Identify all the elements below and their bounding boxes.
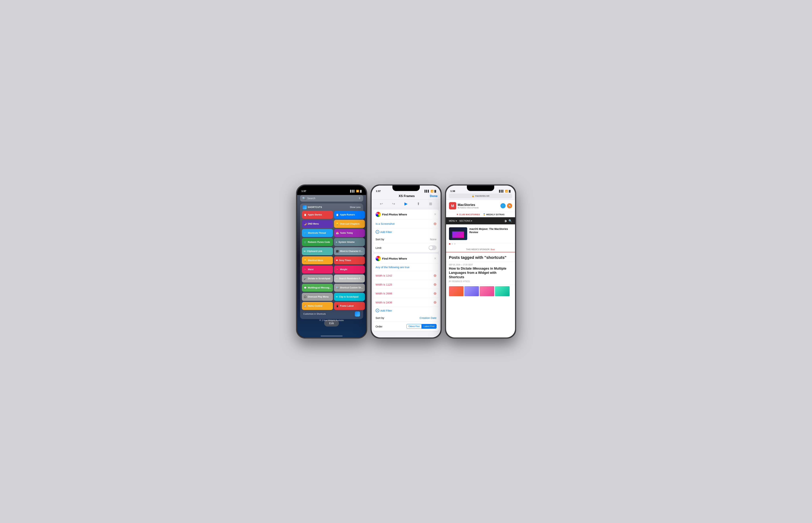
ms-thumb-4[interactable] (495, 286, 510, 296)
rss-icon[interactable]: 📡 (507, 203, 512, 208)
ms-club-banner: ★ CLUB MACSTORIES 🏅 WEEKLY EXTRAS (446, 212, 515, 217)
customize-row: Customize in Shortcuts (302, 310, 361, 317)
sort-by-value-2[interactable]: Creation Date (420, 316, 437, 320)
ms-weekly-label[interactable]: 🏅 WEEKLY EXTRAS (483, 213, 505, 216)
filter-width-2688: Width is 2688 ⊖ (373, 289, 439, 298)
remove-filter-icon-4[interactable]: ⊖ (434, 300, 437, 304)
sort-by-label: Sort by (376, 238, 384, 241)
ms-menu-button[interactable]: MENU ▾ (449, 220, 457, 222)
add-filter-label: Add Filter (381, 230, 392, 234)
ms-article-date: SEP 25, 2018 — 17:25 CEST (449, 264, 512, 266)
dot-active (449, 243, 451, 245)
ms-club-label[interactable]: ★ CLUB MACSTORIES (457, 213, 480, 216)
remove-filter-icon-1[interactable]: ⊖ (434, 273, 437, 278)
shortcut-icon: ✂ (336, 295, 338, 298)
ms-logo-subtitle: By Federico Viticci & Friends (458, 207, 479, 209)
shortcut-custom-sh[interactable]: 🔍 Shortcut Custom Sh... (334, 284, 365, 292)
shortcut-icon: 💡 (336, 222, 339, 225)
shortcut-search-reminders[interactable]: ··· Search Reminders F... (334, 274, 365, 283)
notch-2 (392, 185, 420, 191)
sort-by-value[interactable]: None (430, 238, 437, 241)
xs-scroll-area[interactable]: Find Photos Where ✕ Is a Screenshot ⊖ + … (372, 208, 441, 332)
share-icon[interactable]: ⬆ (417, 202, 420, 206)
add-filter-plus[interactable]: + (376, 230, 379, 234)
action-close-1[interactable]: ✕ (434, 212, 437, 216)
shortcut-weight[interactable]: 🏃 Weight (334, 266, 365, 273)
wifi-icon-2: 📶 (430, 190, 434, 193)
shortcut-waist[interactable]: 🏃 Waist (302, 266, 333, 273)
shortcut-icon: 🐦 (304, 232, 306, 234)
filter-width-1125: Width is 1125 ⊖ (373, 280, 439, 289)
shortcut-redeem-itunes[interactable]: 🛒 Redeem iTunes Code (302, 238, 333, 246)
play-icon[interactable]: ▶ (404, 201, 408, 206)
shortcut-overcast-play[interactable]: 🎧 Overcast Play Menu (302, 293, 333, 301)
xs-toolbar: ↩ ↪ ▶ ⬆ ⊞ (372, 200, 441, 208)
latest-first-button[interactable]: Latest First (422, 324, 436, 329)
shortcut-home-control[interactable]: 🏠 Home Control (302, 302, 333, 310)
ms-thumb-1[interactable] (449, 286, 463, 296)
add-filter-plus-2[interactable]: + (376, 309, 379, 312)
shortcut-shortcut-ideas[interactable]: 💡 Shortcut Ideas (302, 256, 333, 264)
battery-icon-2: ▓ (435, 190, 436, 193)
action-name-1: Find Photos Where (382, 213, 407, 216)
shortcut-apple-rumors[interactable]: 📋 Apple Rumors (334, 211, 365, 219)
time-2: 1:37 (376, 190, 381, 193)
time-1: 1:37 (301, 190, 306, 193)
shortcut-sexy-times[interactable]: ❤ Sexy Times (334, 256, 365, 264)
status-icons-2: ▌▌▌ 📶 ▓ (425, 190, 436, 193)
undo-icon[interactable]: ↩ (380, 202, 383, 206)
order-buttons: Oldest First Latest First (406, 324, 437, 329)
shortcut-dictate-scratchpad[interactable]: 🎤 Dictate to Scratchpad (302, 274, 333, 283)
remove-filter-icon-3[interactable]: ⊖ (434, 291, 437, 295)
shortcut-system-volume[interactable]: ≡ System Volume (334, 238, 365, 246)
more-icon[interactable]: ⊞ (429, 202, 432, 206)
shortcut-dnd-menu[interactable]: 🌙 DND Menu (302, 220, 333, 228)
ms-thumb-3[interactable] (480, 286, 494, 296)
ms-laptop-screen (452, 232, 464, 238)
weekly-icon: 🏅 (483, 213, 486, 216)
shortcut-clip-scratchpad[interactable]: ✂ Clip to Scratchpad (334, 293, 365, 301)
spotlight-search[interactable]: 🔍 Search 🎙 (300, 195, 363, 202)
shortcut-clipboard-link[interactable]: ✂ Clipboard Link (302, 247, 333, 255)
redo-icon[interactable]: ↪ (392, 202, 395, 206)
limit-toggle[interactable] (428, 245, 437, 250)
shortcut-tasks-today[interactable]: 📅 Tasks Today (334, 229, 365, 237)
sort-by-row-1: Sort by None (373, 235, 439, 243)
add-filter-row-1[interactable]: + Add Filter (373, 228, 439, 235)
action-close-2[interactable]: ✕ (434, 256, 437, 260)
shortcut-apple-stories[interactable]: 📋 Apple Stories (302, 211, 333, 219)
twitter-icon[interactable]: 🐦 (500, 203, 506, 208)
shortcut-word-character[interactable]: ⬛ Word & Character C... (334, 247, 365, 255)
oldest-first-button[interactable]: Oldest First (406, 324, 422, 329)
order-label: Order (376, 325, 383, 328)
ms-nav: MENU ▾ SECTIONS ▾ ◑ 🔍 (446, 217, 515, 224)
add-filter-row-2[interactable]: + Add Filter (373, 307, 439, 314)
nav-search-icon[interactable]: 🔍 (509, 219, 512, 222)
shortcut-multilingual[interactable]: 💬 Multilingual iMessag... (302, 284, 333, 292)
macstories-screen[interactable]: 1:38 ▌▌▌ 📶 ▓ 🔒 macstories.net (446, 185, 515, 338)
shortcut-overcast-chapters[interactable]: 💡 Overcast Chapters (334, 220, 365, 228)
show-less-button[interactable]: Show Less (350, 206, 361, 209)
mic-icon: 🎙 (358, 197, 361, 200)
contrast-icon[interactable]: ◑ (504, 219, 507, 222)
sponsor-link[interactable]: Bear (491, 248, 495, 251)
ms-logo-icon: M (449, 202, 456, 210)
ms-article[interactable]: SEP 25, 2018 — 17:25 CEST How to Dictate… (446, 262, 515, 285)
shortcut-icon: 💡 (304, 259, 306, 262)
url-text: macstories.net (475, 195, 489, 197)
safari-url[interactable]: 🔒 macstories.net (449, 194, 512, 198)
shortcut-frame-latest[interactable]: 📱 Frame Latest (334, 302, 365, 310)
remove-filter-icon-2[interactable]: ⊖ (434, 282, 437, 287)
remove-filter-icon[interactable]: ⊖ (434, 221, 437, 226)
shortcut-icon: ≡ (336, 241, 337, 244)
home-indicator-3 (470, 336, 492, 336)
ms-sections-button[interactable]: SECTIONS ▾ (459, 220, 472, 222)
xs-done-button[interactable]: Done (430, 194, 438, 198)
filter-val: Width is 2688 (376, 292, 392, 295)
shortcut-shortcuts-thread[interactable]: 🐦 Shortcuts Thread (302, 229, 333, 237)
customize-label[interactable]: Customize in Shortcuts (303, 313, 326, 315)
shortcut-icon: 🛒 (304, 241, 306, 244)
ms-thumb-2[interactable] (464, 286, 479, 296)
ms-hero-article[interactable]: macOS Mojave: The MacStories Review (446, 224, 515, 243)
shortcut-icon: 💬 (304, 286, 306, 289)
